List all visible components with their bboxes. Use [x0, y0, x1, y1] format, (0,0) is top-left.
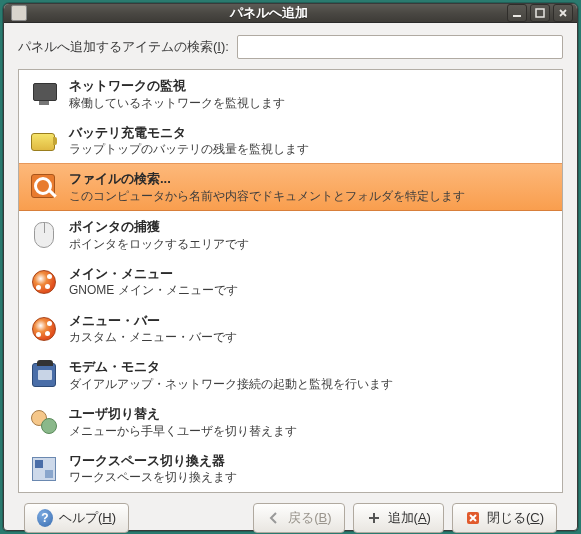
add-button[interactable]: 追加(A)	[353, 503, 444, 533]
search-files-icon	[29, 172, 59, 202]
list-item[interactable]: メニュー・バー カスタム・メニュー・バーです	[19, 305, 562, 352]
list-item-desc: カスタム・メニュー・バーです	[69, 329, 237, 345]
search-label: パネルへ追加するアイテムの検索(I):	[18, 38, 229, 56]
list-item-desc: 稼働しているネットワークを監視します	[69, 95, 285, 111]
list-item[interactable]: ポインタの捕獲 ポインタをロックするエリアです	[19, 211, 562, 258]
list-item-title: ポインタの捕獲	[69, 218, 249, 236]
list-item-desc: ラップトップのバッテリの残量を監視します	[69, 141, 309, 157]
help-icon: ?	[37, 510, 53, 526]
plus-icon	[366, 510, 382, 526]
main-menu-icon	[29, 267, 59, 297]
list-item-title: ユーザ切り替え	[69, 405, 297, 423]
list-item[interactable]: ネットワークの監視 稼働しているネットワークを監視します	[19, 70, 562, 117]
maximize-button[interactable]	[530, 4, 550, 22]
list-item[interactable]: ファイルの検索... このコンピュータから名前や内容でドキュメントとフォルダを特…	[19, 163, 562, 211]
workspace-switcher-icon	[29, 454, 59, 484]
list-item-desc: ワークスペースを切り換えます	[69, 469, 237, 485]
button-bar: ? ヘルプ(H) 戻る(B) 追加(A) 閉じる(C)	[18, 493, 563, 534]
list-item[interactable]: モデム・モニタ ダイアルアップ・ネットワーク接続の起動と監視を行います	[19, 351, 562, 398]
list-item-title: モデム・モニタ	[69, 358, 393, 376]
pointer-capture-icon	[29, 220, 59, 250]
minimize-button[interactable]	[507, 4, 527, 22]
network-monitor-icon	[29, 79, 59, 109]
list-item-desc: このコンピュータから名前や内容でドキュメントとフォルダを特定します	[69, 188, 465, 204]
list-item-desc: メニューから手早くユーザを切り替えます	[69, 423, 297, 439]
list-item-title: ネットワークの監視	[69, 77, 285, 95]
battery-icon	[29, 126, 59, 156]
list-item-desc: ダイアルアップ・ネットワーク接続の起動と監視を行います	[69, 376, 393, 392]
list-item-title: ファイルの検索...	[69, 170, 465, 188]
svg-rect-0	[513, 15, 521, 17]
window-title: パネルへ追加	[30, 4, 507, 22]
app-icon	[8, 5, 30, 21]
back-button: 戻る(B)	[253, 503, 344, 533]
help-button[interactable]: ? ヘルプ(H)	[24, 503, 129, 533]
content-area: パネルへ追加するアイテムの検索(I): ネットワークの監視 稼働しているネットワ…	[4, 23, 577, 534]
list-item-title: メニュー・バー	[69, 312, 237, 330]
menu-bar-icon	[29, 314, 59, 344]
search-input[interactable]	[237, 35, 563, 59]
list-item[interactable]: ワークスペース切り換え器 ワークスペースを切り換えます	[19, 445, 562, 492]
back-arrow-icon	[266, 510, 282, 526]
list-item[interactable]: ユーザ切り替え メニューから手早くユーザを切り替えます	[19, 398, 562, 445]
close-icon	[465, 510, 481, 526]
list-item-desc: ポインタをロックするエリアです	[69, 236, 249, 252]
search-row: パネルへ追加するアイテムの検索(I):	[18, 35, 563, 59]
list-item[interactable]: メイン・メニュー GNOME メイン・メニューです	[19, 258, 562, 305]
list-item[interactable]: バッテリ充電モニタ ラップトップのバッテリの残量を監視します	[19, 117, 562, 164]
svg-rect-1	[536, 9, 544, 17]
list-item-desc: GNOME メイン・メニューです	[69, 282, 238, 298]
list-item-title: バッテリ充電モニタ	[69, 124, 309, 142]
add-to-panel-window: パネルへ追加 パネルへ追加するアイテムの検索(I): ネットワークの	[3, 3, 578, 531]
close-button[interactable]: 閉じる(C)	[452, 503, 557, 533]
user-switch-icon	[29, 407, 59, 437]
close-window-button[interactable]	[553, 4, 573, 22]
modem-monitor-icon	[29, 360, 59, 390]
titlebar: パネルへ追加	[4, 4, 577, 23]
list-item-title: ワークスペース切り換え器	[69, 452, 237, 470]
applet-list[interactable]: ネットワークの監視 稼働しているネットワークを監視します バッテリ充電モニタ ラ…	[18, 69, 563, 493]
list-item-title: メイン・メニュー	[69, 265, 238, 283]
